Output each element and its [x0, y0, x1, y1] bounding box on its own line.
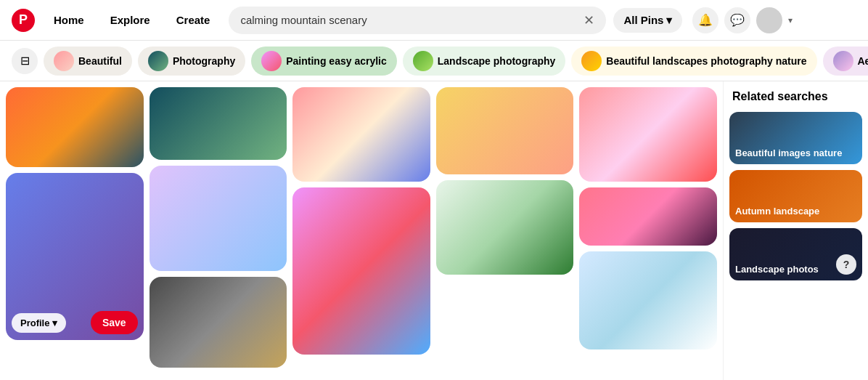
search-input[interactable] — [240, 14, 578, 26]
related-card-beautiful[interactable]: Beautiful images nature — [729, 112, 862, 164]
filter-icon[interactable]: ⊟ — [12, 48, 38, 74]
main-nav: Home Explore Create — [42, 8, 221, 32]
chip-painting-acrylic[interactable]: Painting easy acrylic — [251, 47, 397, 76]
all-pins-label: All Pins — [623, 14, 663, 26]
pin-card[interactable] — [150, 87, 287, 160]
pin-card[interactable] — [150, 166, 287, 271]
chip-photography[interactable]: Photography — [138, 47, 245, 76]
notifications-icon[interactable]: 🔔 — [692, 7, 718, 33]
profile-label: Profile — [20, 318, 49, 328]
chip-beautiful-landscapes-label: Beautiful landscapes photography nature — [606, 55, 806, 67]
chip-beautiful-landscapes[interactable]: Beautiful landscapes photography nature — [571, 47, 816, 76]
help-icon[interactable]: ? — [836, 254, 856, 275]
related-card-bg: Beautiful images nature — [729, 112, 862, 164]
chip-aesthetic-label: Aesthetic — [858, 55, 869, 67]
header: P Home Explore Create ✕ All Pins ▾ 🔔 💬 ▾ — [0, 0, 868, 41]
pin-card[interactable] — [579, 187, 717, 246]
header-icons: 🔔 💬 ▾ — [692, 7, 793, 33]
chip-beautiful[interactable]: Beautiful — [44, 47, 132, 76]
chip-beautiful-label: Beautiful — [78, 55, 122, 67]
nav-create[interactable]: Create — [165, 8, 222, 32]
all-pins-button[interactable]: All Pins ▾ — [613, 8, 682, 33]
search-bar: ✕ — [229, 7, 606, 34]
avatar[interactable] — [756, 7, 782, 33]
related-label-beautiful: Beautiful images nature — [735, 147, 842, 158]
pinterest-logo[interactable]: P — [12, 9, 35, 32]
pin-card[interactable]: Profile ▾ Save — [6, 173, 144, 340]
nav-home[interactable]: Home — [42, 8, 96, 32]
pin-card[interactable] — [292, 187, 430, 355]
profile-button[interactable]: Profile ▾ — [12, 313, 66, 333]
filter-bar: ⊟ Beautiful Photography Painting easy ac… — [0, 41, 868, 81]
search-clear-icon[interactable]: ✕ — [584, 12, 594, 28]
related-card-landscape[interactable]: Landscape photos ? — [729, 228, 862, 280]
nav-explore[interactable]: Explore — [99, 8, 162, 32]
pin-card[interactable] — [436, 180, 574, 275]
related-card-autumn[interactable]: Autumn landscape — [729, 170, 862, 222]
messages-icon[interactable]: 💬 — [724, 7, 750, 33]
pin-grid: Profile ▾ Save — [0, 81, 723, 380]
profile-chevron-icon[interactable]: ▾ — [788, 15, 793, 25]
pin-card[interactable] — [6, 87, 144, 167]
main-content: Profile ▾ Save Related searches Beautifu… — [0, 81, 868, 380]
all-pins-chevron-icon: ▾ — [666, 14, 672, 27]
related-searches-label: Related searches — [729, 87, 862, 106]
related-label-autumn: Autumn landscape — [735, 206, 819, 217]
pin-card[interactable] — [436, 87, 574, 174]
pin-card[interactable] — [150, 277, 287, 368]
pin-overlay: Profile ▾ Save — [6, 305, 144, 340]
related-card-bg: Autumn landscape — [729, 170, 862, 222]
chip-landscape-photo[interactable]: Landscape photography — [403, 47, 566, 76]
chip-painting-label: Painting easy acrylic — [286, 55, 387, 67]
related-label-landscape: Landscape photos — [735, 264, 819, 275]
chip-landscape-label: Landscape photography — [438, 55, 556, 67]
chip-photography-label: Photography — [173, 55, 235, 67]
pin-card[interactable] — [579, 87, 717, 182]
pin-card[interactable] — [579, 251, 717, 349]
pin-card[interactable] — [292, 87, 430, 182]
chip-aesthetic[interactable]: Aesthetic — [823, 47, 869, 76]
save-button[interactable]: Save — [91, 311, 138, 334]
profile-chevron-icon: ▾ — [52, 318, 57, 328]
right-panel: Related searches Beautiful images nature… — [723, 81, 868, 380]
